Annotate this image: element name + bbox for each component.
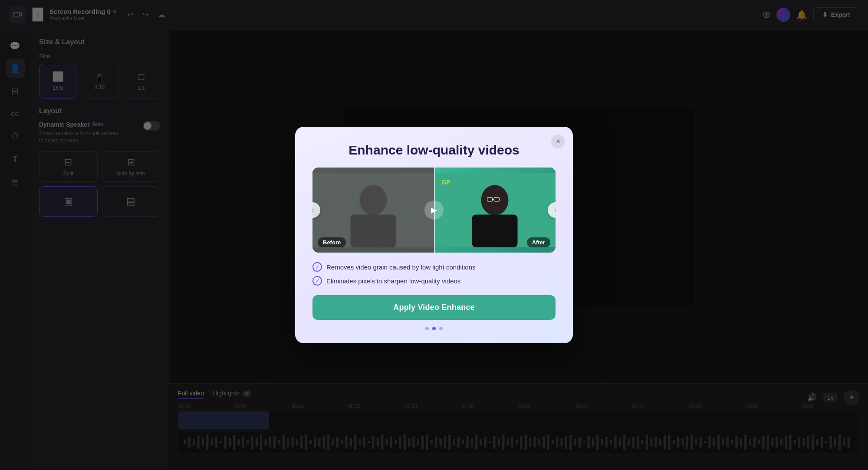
svg-rect-160 [472,215,518,247]
enhance-modal: × Enhance low-quality videos [295,127,573,343]
slide-dots [312,327,556,330]
check-icon-2: ✓ [312,276,322,286]
after-label: After [527,237,550,247]
modal-preview-image: GP ▶ Before After ‹ › [312,168,556,253]
feature-item-1: ✓ Removes video grain caused by low ligh… [312,262,556,272]
check-icon-1: ✓ [312,262,322,272]
features-list: ✓ Removes video grain caused by low ligh… [312,262,556,286]
modal-close-button[interactable]: × [551,135,565,148]
svg-text:GP: GP [442,179,450,186]
svg-rect-153 [312,173,434,247]
feature-text-1: Removes video grain caused by low light … [326,263,476,271]
modal-overlay[interactable]: × Enhance low-quality videos [0,0,868,470]
svg-point-156 [481,185,509,215]
dot-2[interactable] [432,327,436,330]
modal-title: Enhance low-quality videos [312,142,556,158]
feature-text-2: Eliminates pixels to sharpen low-quality… [326,277,460,285]
dot-3[interactable] [439,327,443,330]
play-button-overlay[interactable]: ▶ [424,200,444,220]
before-label: Before [318,237,346,247]
preview-image: GP ▶ [312,168,556,253]
dot-1[interactable] [425,327,429,330]
feature-item-2: ✓ Eliminates pixels to sharpen low-quali… [312,276,556,286]
apply-video-enhance-button[interactable]: Apply Video Enhance [312,295,556,320]
